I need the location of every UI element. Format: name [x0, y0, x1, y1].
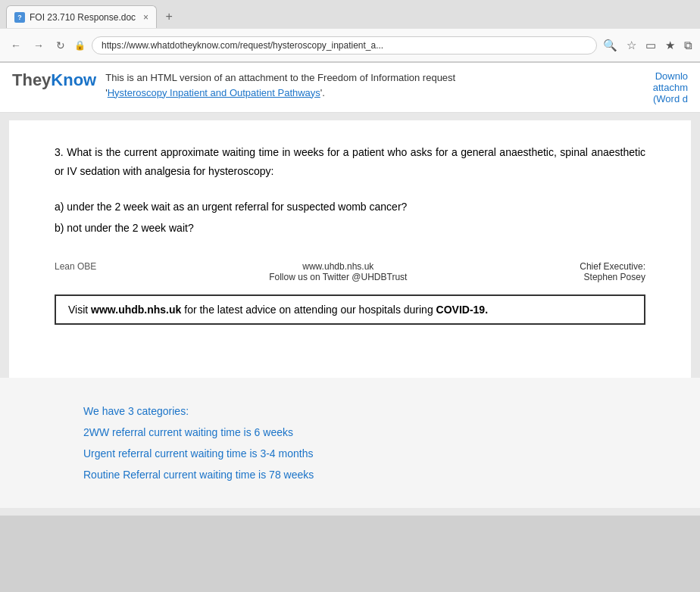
- search-icon[interactable]: 🔍: [603, 39, 617, 52]
- footer-twitter: Follow us on Twitter @UHDBTrust: [269, 272, 407, 282]
- reader-mode-icon[interactable]: ▭: [645, 39, 656, 52]
- footer-right: Chief Executive: Stephen Posey: [580, 261, 645, 282]
- footer-website: www.uhdb.nhs.uk: [269, 261, 407, 272]
- covid-banner: Visit www.uhdb.nhs.uk for the latest adv…: [55, 294, 645, 325]
- question-text: 3. What is the current approximate waiti…: [55, 143, 645, 181]
- foi-link[interactable]: Hysteroscopy Inpatient and Outpatient Pa…: [108, 87, 320, 98]
- footer-ceo-title: Chief Executive:: [580, 261, 645, 272]
- response-line-2: Urgent referral current waiting time is …: [83, 443, 639, 464]
- url-text: https://www.whatdotheyknow.com/request/h…: [102, 40, 383, 51]
- toolbar-icons: 🔍 ☆ ▭ ★ ⧉: [603, 39, 692, 52]
- answer-a: a) under the 2 week wait as an urgent re…: [55, 196, 645, 217]
- response-line-3: Routine Referral current waiting time is…: [83, 464, 639, 485]
- download-area: Downlo attachm (Word d: [653, 70, 688, 104]
- footer-ceo-name: Stephen Posey: [580, 272, 645, 282]
- description-text: This is an HTML version of an attachment…: [105, 72, 455, 83]
- response-text: We have 3 categories: 2WW referral curre…: [83, 400, 639, 485]
- back-button[interactable]: ←: [8, 38, 24, 53]
- site-description: This is an HTML version of an attachment…: [105, 70, 455, 100]
- logo-they: They: [12, 70, 51, 89]
- response-section: We have 3 categories: 2WW referral curre…: [0, 378, 700, 508]
- document-area: 3. What is the current approximate waiti…: [0, 113, 700, 516]
- link-suffix: '.: [320, 87, 325, 98]
- forward-button[interactable]: →: [30, 38, 47, 53]
- address-bar: ← → ↻ 🔒 https://www.whatdotheyknow.com/r…: [0, 29, 700, 62]
- active-tab[interactable]: ? FOI 23.710 Response.doc ×: [6, 5, 157, 28]
- star-icon[interactable]: ☆: [627, 39, 636, 52]
- tab-bar: ? FOI 23.710 Response.doc × +: [0, 0, 700, 29]
- footer-center: www.uhdb.nhs.uk Follow us on Twitter @UH…: [269, 261, 407, 282]
- footer-lean: Lean OBE: [55, 261, 96, 272]
- document-page: 3. What is the current approximate waiti…: [9, 120, 691, 378]
- logo-know: Know: [51, 70, 96, 89]
- word-label: (Word d: [653, 93, 688, 104]
- bookmark-icon[interactable]: ★: [665, 39, 675, 52]
- covid-url: www.uhdb.nhs.uk: [91, 304, 181, 316]
- browser-chrome: ? FOI 23.710 Response.doc × + ← → ↻ 🔒 ht…: [0, 0, 700, 63]
- footer-left: Lean OBE: [55, 261, 96, 272]
- tab-close-button[interactable]: ×: [143, 12, 148, 23]
- site-header-left: TheyKnow This is an HTML version of an a…: [12, 70, 455, 100]
- site-header: TheyKnow This is an HTML version of an a…: [0, 63, 700, 113]
- covid-middle: for the latest advice on attending our h…: [181, 304, 436, 316]
- response-line-1: 2WW referral current waiting time is 6 w…: [83, 422, 639, 443]
- url-input[interactable]: https://www.whatdotheyknow.com/request/h…: [92, 36, 597, 55]
- reload-button[interactable]: ↻: [53, 38, 68, 53]
- covid-bold: COVID-19.: [436, 304, 488, 316]
- covid-prefix: Visit: [68, 304, 91, 316]
- new-tab-button[interactable]: +: [160, 8, 178, 26]
- lock-icon: 🔒: [74, 40, 86, 51]
- extensions-icon[interactable]: ⧉: [684, 39, 692, 52]
- response-header: We have 3 categories:: [83, 400, 639, 422]
- document-footer: Lean OBE www.uhdb.nhs.uk Follow us on Tw…: [55, 261, 645, 282]
- tab-icon: ?: [14, 12, 25, 23]
- tab-title: FOI 23.710 Response.doc: [30, 12, 136, 23]
- attach-label: attachm: [653, 82, 688, 93]
- site-logo: TheyKnow: [12, 70, 96, 90]
- download-label[interactable]: Downlo: [653, 70, 688, 82]
- answer-b: b) not under the 2 week wait?: [55, 217, 645, 238]
